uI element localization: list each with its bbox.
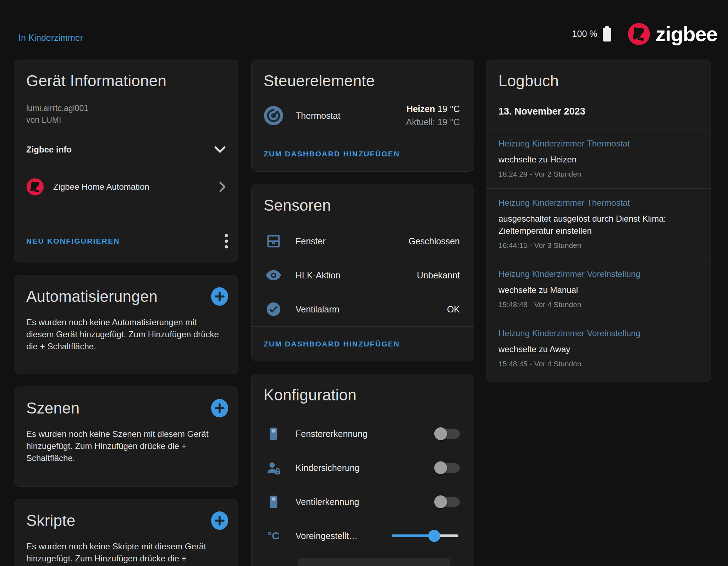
thermostat-icon xyxy=(264,105,283,126)
scenes-title: Szenen xyxy=(26,399,79,417)
log-entity-link[interactable]: Heizung Kinderzimmer Thermostat xyxy=(498,198,699,208)
log-message: wechselte zu Heizen xyxy=(498,154,699,166)
sensor-row-ventilalarm[interactable]: Ventilalarm OK xyxy=(264,292,462,326)
automations-card: Automatisierungen Es wurden noch keine A… xyxy=(14,275,238,374)
sensors-card: Sensoren Fenster Geschlossen xyxy=(251,184,474,361)
device-manufacturer: von LUMI xyxy=(26,114,226,126)
controls-title: Steuerelemente xyxy=(264,72,462,90)
sensor-label: Ventilalarm xyxy=(296,304,447,315)
sensor-row-hlk-aktion[interactable]: HLK-Aktion Unbekannt xyxy=(264,258,462,292)
fenstererkennung-toggle[interactable] xyxy=(434,427,460,440)
chevron-down-icon xyxy=(214,146,226,154)
device-model: lumi.airrtc.agl001 xyxy=(26,102,226,114)
thermostat-label: Thermostat xyxy=(296,111,406,121)
thermostat-row[interactable]: Thermostat Heizen 19 °C Aktuell: 19 °C xyxy=(264,104,462,127)
controls-footer: ZUM DASHBOARD HINZUFÜGEN xyxy=(252,136,474,171)
log-entry: Heizung Kinderzimmer Voreinstellung wech… xyxy=(498,319,699,378)
log-entry: Heizung Kinderzimmer Voreinstellung wech… xyxy=(498,260,699,319)
scripts-title: Skripte xyxy=(26,512,75,529)
sensor-rows: Fenster Geschlossen HLK-Aktion Unbekannt xyxy=(264,224,462,326)
log-timestamp: 15:48:45 - Vor 4 Stunden xyxy=(498,360,699,368)
sensors-title: Sensoren xyxy=(264,196,462,214)
scripts-empty-text: Es wurden noch keine Skripte mit diesem … xyxy=(26,540,226,566)
middle-column: Steuerelemente Thermostat Heizen 19 °C xyxy=(251,60,474,566)
kindersicherung-toggle[interactable] xyxy=(434,461,460,474)
zigbee-info-expander[interactable]: Zigbee info xyxy=(26,145,226,155)
configuration-rows: Fenstererkennung xyxy=(264,417,462,553)
sensor-row-fenster[interactable]: Fenster Geschlossen xyxy=(264,224,462,258)
left-column: Gerät Informationen lumi.airrtc.agl001 v… xyxy=(14,60,238,566)
voreinstellung-select[interactable]: Voreinstellung xyxy=(298,558,450,566)
scripts-card: Skripte Es wurden noch keine Skripte mit… xyxy=(14,499,238,566)
add-scene-button[interactable] xyxy=(211,399,228,417)
config-row-ventilerkennung: Ventilerkennung xyxy=(264,485,462,519)
sensor-value: Unbekannt xyxy=(417,270,460,281)
preset-temp-slider-fill xyxy=(392,534,434,537)
scenes-empty-text: Es wurden noch keine Szenen mit diesem G… xyxy=(26,428,226,464)
automations-title: Automatisierungen xyxy=(26,288,158,305)
device-info-title: Gerät Informationen xyxy=(26,72,226,90)
sensor-label: Fenster xyxy=(296,236,408,246)
device-info-card: Gerät Informationen lumi.airrtc.agl001 v… xyxy=(14,60,238,262)
thermostat-current: Aktuell: 19 °C xyxy=(406,117,460,127)
sensor-value: Geschlossen xyxy=(408,236,460,246)
log-message: wechselte zu Manual xyxy=(498,284,699,296)
top-bar: In Kinderzimmer 100 % zigbee xyxy=(0,0,728,53)
eye-icon xyxy=(264,267,283,283)
zigbee-logo-icon xyxy=(627,22,651,46)
preset-temp-slider[interactable] xyxy=(392,529,458,542)
card-columns: Gerät Informationen lumi.airrtc.agl001 v… xyxy=(14,60,711,566)
sensors-footer: ZUM DASHBOARD HINZUFÜGEN xyxy=(252,326,474,361)
zigbee-info-label: Zigbee info xyxy=(26,145,72,155)
config-row-kindersicherung: Kindersicherung xyxy=(264,451,462,485)
integration-label: Zigbee Home Automation xyxy=(53,182,219,192)
config-row-fenstererkennung: Fenstererkennung xyxy=(264,417,462,451)
configuration-title: Konfiguration xyxy=(264,386,462,404)
sensor-value: OK xyxy=(447,304,460,315)
sensors-add-to-dashboard-button[interactable]: ZUM DASHBOARD HINZUFÜGEN xyxy=(264,340,400,348)
account-lock-icon xyxy=(264,460,283,476)
ventilerkennung-toggle[interactable] xyxy=(434,495,460,508)
scenes-card: Szenen Es wurden noch keine Szenen mit d… xyxy=(14,387,238,487)
window-icon xyxy=(264,233,283,249)
controls-add-to-dashboard-button[interactable]: ZUM DASHBOARD HINZUFÜGEN xyxy=(264,150,400,158)
device-page: In Kinderzimmer 100 % zigbee xyxy=(0,0,728,566)
add-automation-button[interactable] xyxy=(211,287,228,306)
log-entity-link[interactable]: Heizung Kinderzimmer Voreinstellung xyxy=(498,269,699,279)
battery-level: 100 % xyxy=(572,29,597,39)
log-timestamp: 16:44:15 - Vor 3 Stunden xyxy=(498,241,699,250)
log-message: ausgeschaltet ausgelöst durch Dienst Kli… xyxy=(498,213,699,237)
celsius-icon: °C xyxy=(264,530,283,542)
valve-sensor-icon xyxy=(264,494,283,510)
logbook-card: Logbuch 13. November 2023 Heizung Kinder… xyxy=(486,60,711,382)
kebab-menu-icon[interactable] xyxy=(225,233,228,249)
integration-row[interactable]: Zigbee Home Automation xyxy=(26,178,226,196)
log-entry: Heizung Kinderzimmer Thermostat ausgesch… xyxy=(498,189,699,260)
device-model-block: lumi.airrtc.agl001 von LUMI xyxy=(26,102,226,126)
preset-temp-slider-knob[interactable] xyxy=(428,530,440,542)
logbook-title: Logbuch xyxy=(498,72,699,90)
thermostat-target: 19 °C xyxy=(435,104,460,114)
battery-icon xyxy=(602,26,612,42)
zigbee-integration-icon xyxy=(26,178,44,196)
controls-card: Steuerelemente Thermostat Heizen 19 °C xyxy=(251,60,474,172)
log-timestamp: 18:24:29 - Vor 2 Stunden xyxy=(498,170,699,178)
config-label: Fenstererkennung xyxy=(296,429,434,439)
back-link[interactable]: In Kinderzimmer xyxy=(18,33,83,43)
add-script-button[interactable] xyxy=(211,511,228,530)
log-entity-link[interactable]: Heizung Kinderzimmer Voreinstellung xyxy=(498,328,699,338)
configuration-card: Konfiguration Fenstererkennung xyxy=(251,374,474,566)
top-right-area: 100 % zigbee xyxy=(572,22,717,46)
window-sensor-icon xyxy=(264,426,283,442)
config-row-voreingestellt: °C Voreingestellt… xyxy=(264,519,462,553)
device-info-footer: NEU KONFIGURIEREN xyxy=(14,220,238,262)
log-message: wechselte zu Away xyxy=(498,343,699,355)
right-column: Logbuch 13. November 2023 Heizung Kinder… xyxy=(486,60,711,395)
config-label: Voreingestellt… xyxy=(296,531,392,541)
config-label: Kindersicherung xyxy=(296,463,434,473)
thermostat-mode: Heizen xyxy=(407,104,435,114)
thermostat-state: Heizen 19 °C Aktuell: 19 °C xyxy=(406,104,460,127)
log-entity-link[interactable]: Heizung Kinderzimmer Thermostat xyxy=(498,139,699,149)
reconfigure-button[interactable]: NEU KONFIGURIEREN xyxy=(26,237,120,245)
zigbee-logo: zigbee xyxy=(627,22,718,46)
